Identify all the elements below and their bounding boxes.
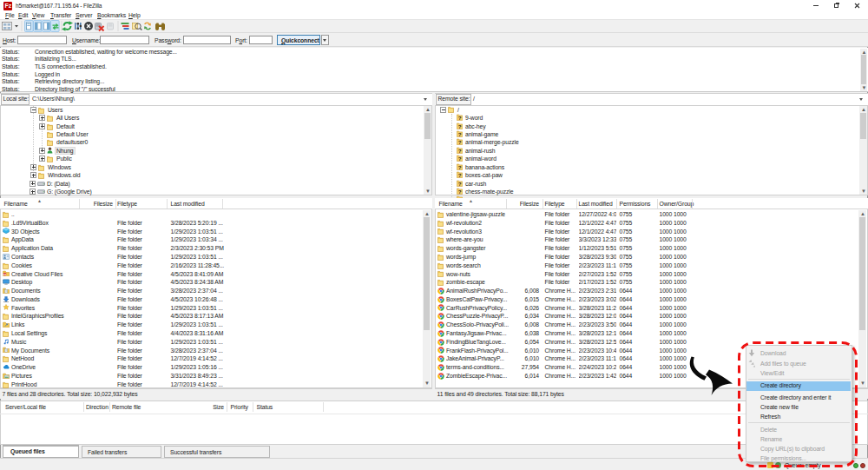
- svg-text:?: ?: [458, 172, 462, 178]
- svg-text:?: ?: [458, 131, 462, 137]
- svg-text:cc: cc: [3, 273, 7, 276]
- svg-text:?: ?: [458, 122, 462, 129]
- svg-text:?: ?: [458, 189, 462, 195]
- svg-text:?: ?: [458, 156, 462, 162]
- svg-text:?: ?: [458, 115, 462, 121]
- svg-text:?: ?: [458, 139, 462, 145]
- svg-text:?: ?: [458, 164, 462, 170]
- svg-text:?: ?: [458, 148, 462, 154]
- svg-text:?: ?: [458, 180, 462, 186]
